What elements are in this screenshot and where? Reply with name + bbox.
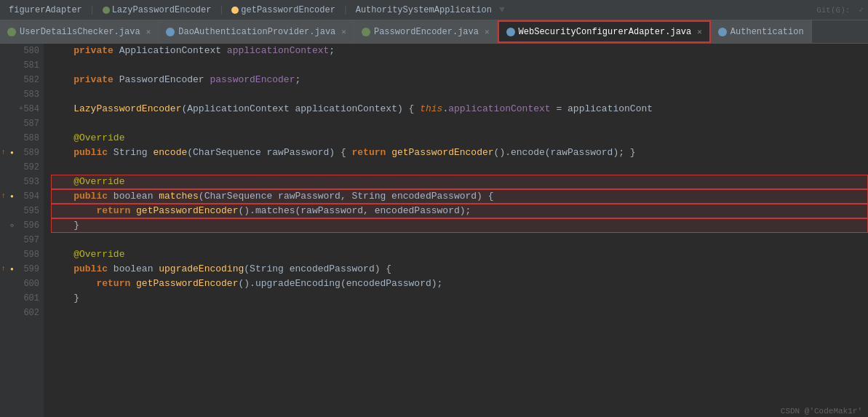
tab-icon-daoauthprovider	[166, 28, 175, 36]
code-line-589: public String encode(CharSequence rawPas…	[51, 146, 868, 160]
code-line-602	[51, 306, 868, 320]
code-line-597	[51, 233, 868, 247]
code-line-584: LazyPasswordEncoder(ApplicationContext a…	[51, 102, 868, 116]
code-line-601: }	[51, 291, 868, 306]
line-num-595: 595	[0, 204, 44, 218]
code-line-600: return getPasswordEncoder().upgradeEncod…	[51, 277, 868, 291]
topbar-git: Git(G):	[816, 6, 850, 15]
tab-authentication[interactable]: Authentication	[711, 20, 812, 43]
tab-label-passwordencoder: PasswordEncoder.java	[374, 27, 479, 37]
line-num-597: 597	[0, 233, 44, 247]
code-line-596: }	[51, 218, 868, 233]
code-line-582: private PasswordEncoder passwordEncoder;	[51, 73, 868, 87]
code-line-587	[51, 116, 868, 131]
tab-passwordencoder[interactable]: PasswordEncoder.java ✕	[354, 20, 498, 43]
tab-icon-websecurity	[506, 28, 515, 36]
line-num-587: 587	[0, 116, 44, 131]
tab-label-userdetailschecker: UserDetailsChecker.java	[20, 27, 140, 37]
code-line-580: private ApplicationContext applicationCo…	[51, 44, 868, 58]
bottom-bar: CSDN @'CodeMak1r'	[775, 405, 868, 417]
tab-label-daoauthprovider: DaoAuthenticationProvider.java	[178, 27, 335, 37]
line-number-gutter: 580581582583+584587588↑●589592593↑●59459…	[0, 44, 44, 417]
tab-icon-userdetailschecker	[7, 28, 16, 36]
topbar-item-3[interactable]: AuthoritySystemApplication	[351, 4, 496, 17]
line-num-600: 600	[0, 277, 44, 291]
line-num-583: 583	[0, 87, 44, 102]
code-line-588: @Override	[51, 131, 868, 146]
line-num-582: 582	[0, 73, 44, 87]
line-num-599: ↑●599	[0, 262, 44, 277]
tab-close-websecurity[interactable]: ✕	[697, 27, 702, 36]
line-num-594: ↑●594	[0, 189, 44, 204]
line-num-601: 601	[0, 291, 44, 306]
line-num-584: +584	[0, 102, 44, 116]
code-line-594: public boolean matches(CharSequence rawP…	[51, 189, 868, 204]
topbar-item-1[interactable]: LazyPasswordEncoder	[98, 4, 216, 17]
tab-bar: UserDetailsChecker.java ✕ DaoAuthenticat…	[0, 20, 868, 44]
tab-icon-passwordencoder	[362, 28, 370, 36]
circle-icon-594: ●	[10, 189, 14, 204]
code-line-598: @Override	[51, 247, 868, 262]
tab-userdetailschecker[interactable]: UserDetailsChecker.java ✕	[0, 20, 159, 43]
arrow-icon-599: ↑	[1, 262, 6, 277]
tab-close-passwordencoder[interactable]: ✕	[485, 27, 490, 36]
tab-close-daoauthprovider[interactable]: ✕	[341, 27, 346, 36]
code-line-595: return getPasswordEncoder().matches(rawP…	[51, 204, 868, 218]
code-area[interactable]: private ApplicationContext applicationCo…	[44, 44, 868, 417]
editor-container: 580581582583+584587588↑●589592593↑●59459…	[0, 44, 868, 417]
code-line-581	[51, 58, 868, 73]
line-num-598: 598	[0, 247, 44, 262]
line-num-593: 593	[0, 175, 44, 189]
line-num-588: 588	[0, 131, 44, 146]
code-line-599: public boolean upgradeEncoding(String en…	[51, 262, 868, 277]
line-num-581: 581	[0, 58, 44, 73]
tab-label-websecurity: WebSecurityConfigurerAdapter.java	[519, 27, 692, 37]
topbar-checkmark: ✓	[859, 5, 864, 15]
line-num-589: ↑●589	[0, 146, 44, 160]
tab-daoauthprovider[interactable]: DaoAuthenticationProvider.java ✕	[159, 20, 354, 43]
line-num-580: 580	[0, 44, 44, 58]
arrow-icon-589: ↑	[1, 146, 6, 160]
line-num-602: 602	[0, 306, 44, 320]
tab-websecurity[interactable]: WebSecurityConfigurerAdapter.java ✕	[498, 20, 711, 43]
code-line-583	[51, 87, 868, 102]
tab-label-authentication: Authentication	[730, 27, 804, 37]
tab-icon-authentication	[718, 28, 727, 36]
expand-icon-584[interactable]: +	[19, 102, 23, 116]
topbar-item-0[interactable]: figurerAdapter	[4, 4, 87, 17]
tab-close-userdetailschecker[interactable]: ✕	[146, 27, 151, 36]
line-num-592: 592	[0, 160, 44, 175]
top-toolbar: figurerAdapter | LazyPasswordEncoder | g…	[0, 0, 868, 20]
circle-icon-599: ●	[10, 262, 14, 277]
circle-icon-596: ○	[10, 218, 14, 233]
code-line-592	[51, 160, 868, 175]
code-line-593: @Override	[51, 175, 868, 189]
arrow-icon-594: ↑	[1, 189, 6, 204]
line-num-596: ○596	[0, 218, 44, 233]
bottom-label: CSDN @'CodeMak1r'	[781, 407, 862, 416]
circle-icon-589: ●	[10, 146, 14, 160]
topbar-item-2[interactable]: getPasswordEncoder	[227, 4, 340, 17]
